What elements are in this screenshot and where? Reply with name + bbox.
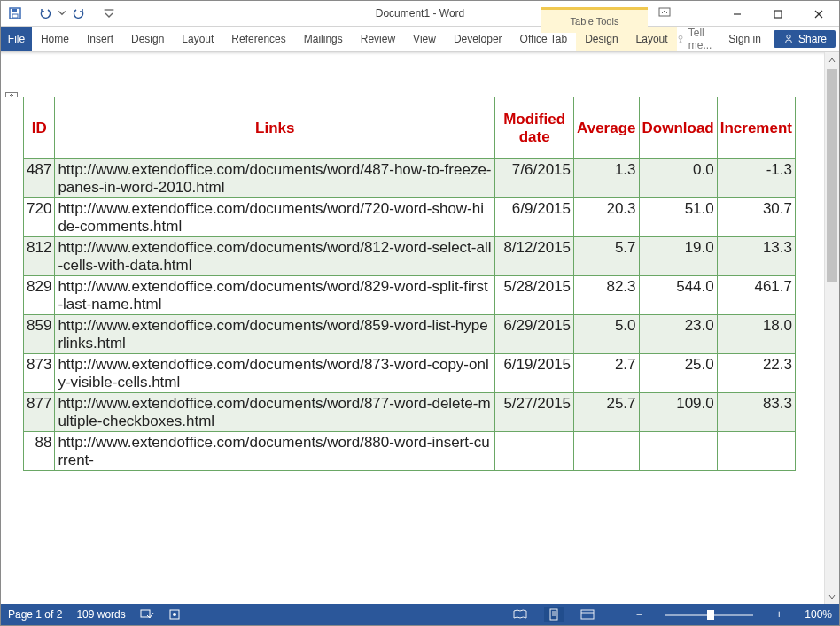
- table-cell[interactable]: 1.3: [574, 159, 639, 198]
- table-cell[interactable]: 487: [24, 159, 55, 198]
- table-tab-design[interactable]: Design: [576, 27, 626, 51]
- tab-layout[interactable]: Layout: [173, 27, 222, 51]
- read-mode-icon[interactable]: [510, 607, 530, 622]
- tab-view[interactable]: View: [404, 27, 445, 51]
- table-cell[interactable]: http://www.extendoffice.com/documents/wo…: [55, 354, 495, 393]
- table-cell[interactable]: 873: [24, 354, 55, 393]
- file-tab[interactable]: File: [1, 27, 32, 51]
- table-row[interactable]: 859http://www.extendoffice.com/documents…: [24, 315, 796, 354]
- table-cell[interactable]: 13.3: [717, 237, 795, 276]
- table-cell[interactable]: 8/12/2015: [495, 237, 574, 276]
- print-layout-icon[interactable]: [544, 607, 564, 622]
- table-cell[interactable]: -1.3: [717, 159, 795, 198]
- table-cell[interactable]: [639, 432, 717, 471]
- header-modified-date[interactable]: Modified date: [495, 97, 574, 159]
- header-links[interactable]: Links: [55, 97, 495, 159]
- table-cell[interactable]: 6/19/2015: [495, 354, 574, 393]
- tab-references[interactable]: References: [222, 27, 294, 51]
- tab-home[interactable]: Home: [32, 27, 78, 51]
- undo-button[interactable]: [35, 3, 56, 24]
- maximize-button[interactable]: [758, 1, 798, 27]
- table-cell[interactable]: http://www.extendoffice.com/documents/wo…: [55, 237, 495, 276]
- tab-design[interactable]: Design: [122, 27, 173, 51]
- table-cell[interactable]: 859: [24, 315, 55, 354]
- word-count[interactable]: 109 words: [76, 608, 125, 621]
- table-cell[interactable]: 22.3: [717, 354, 795, 393]
- table-cell[interactable]: 0.0: [639, 159, 717, 198]
- table-cell[interactable]: 30.7: [717, 198, 795, 237]
- scroll-up-icon[interactable]: [825, 52, 839, 67]
- table-cell[interactable]: 83.3: [717, 393, 795, 432]
- table-cell[interactable]: 720: [24, 198, 55, 237]
- table-cell[interactable]: 6/29/2015: [495, 315, 574, 354]
- tab-insert[interactable]: Insert: [78, 27, 122, 51]
- table-cell[interactable]: 812: [24, 237, 55, 276]
- table-header-row[interactable]: ID Links Modified date Average Download …: [24, 97, 796, 159]
- table-cell[interactable]: http://www.extendoffice.com/documents/wo…: [55, 432, 495, 471]
- table-cell[interactable]: http://www.extendoffice.com/documents/wo…: [55, 159, 495, 198]
- data-table[interactable]: ID Links Modified date Average Download …: [23, 97, 796, 471]
- table-cell[interactable]: 20.3: [574, 198, 639, 237]
- table-cell[interactable]: [574, 432, 639, 471]
- table-row[interactable]: 88http://www.extendoffice.com/documents/…: [24, 432, 796, 471]
- tab-review[interactable]: Review: [352, 27, 404, 51]
- zoom-slider-knob[interactable]: [707, 610, 714, 620]
- redo-button[interactable]: [68, 3, 89, 24]
- header-download[interactable]: Download: [639, 97, 717, 159]
- table-cell[interactable]: 2.7: [574, 354, 639, 393]
- scrollbar-track[interactable]: [825, 67, 839, 589]
- table-cell[interactable]: 82.3: [574, 276, 639, 315]
- vertical-scrollbar[interactable]: [824, 52, 839, 604]
- zoom-slider[interactable]: [665, 614, 753, 616]
- header-increment[interactable]: Increment: [717, 97, 795, 159]
- table-cell[interactable]: 461.7: [717, 276, 795, 315]
- table-row[interactable]: 812http://www.extendoffice.com/documents…: [24, 237, 796, 276]
- table-cell[interactable]: [717, 432, 795, 471]
- table-cell[interactable]: 109.0: [639, 393, 717, 432]
- undo-dropdown[interactable]: [58, 3, 66, 24]
- table-cell[interactable]: 829: [24, 276, 55, 315]
- scroll-down-icon[interactable]: [825, 589, 839, 604]
- ribbon-display-options-icon[interactable]: [658, 7, 671, 20]
- table-cell[interactable]: 7/6/2015: [495, 159, 574, 198]
- table-row[interactable]: 877http://www.extendoffice.com/documents…: [24, 393, 796, 432]
- table-tab-layout[interactable]: Layout: [627, 27, 677, 51]
- table-row[interactable]: 873http://www.extendoffice.com/documents…: [24, 354, 796, 393]
- qat-customize-button[interactable]: [98, 3, 120, 24]
- header-average[interactable]: Average: [574, 97, 639, 159]
- zoom-level[interactable]: 100%: [805, 608, 832, 621]
- table-cell[interactable]: 5.7: [574, 237, 639, 276]
- header-id[interactable]: ID: [24, 97, 55, 159]
- zoom-in-button[interactable]: +: [773, 608, 785, 621]
- minimize-button[interactable]: [717, 1, 758, 27]
- table-cell[interactable]: 23.0: [639, 315, 717, 354]
- table-cell[interactable]: 51.0: [639, 198, 717, 237]
- share-button[interactable]: Share: [774, 30, 836, 48]
- close-button[interactable]: [798, 1, 839, 27]
- table-cell[interactable]: http://www.extendoffice.com/documents/wo…: [55, 198, 495, 237]
- table-cell[interactable]: 5/27/2015: [495, 393, 574, 432]
- table-row[interactable]: 829http://www.extendoffice.com/documents…: [24, 276, 796, 315]
- table-cell[interactable]: 19.0: [639, 237, 717, 276]
- table-cell[interactable]: 25.7: [574, 393, 639, 432]
- page-indicator[interactable]: Page 1 of 2: [8, 608, 62, 621]
- zoom-out-button[interactable]: −: [633, 608, 645, 621]
- table-row[interactable]: 487http://www.extendoffice.com/documents…: [24, 159, 796, 198]
- tab-developer[interactable]: Developer: [445, 27, 511, 51]
- table-cell[interactable]: 18.0: [717, 315, 795, 354]
- table-cell[interactable]: 6/9/2015: [495, 198, 574, 237]
- table-cell[interactable]: http://www.extendoffice.com/documents/wo…: [55, 393, 495, 432]
- table-cell[interactable]: http://www.extendoffice.com/documents/wo…: [55, 276, 495, 315]
- macro-record-icon[interactable]: [168, 608, 181, 621]
- table-cell[interactable]: [495, 432, 574, 471]
- table-cell[interactable]: 5/28/2015: [495, 276, 574, 315]
- tell-me-search[interactable]: Tell me...: [677, 27, 717, 51]
- tab-office-tab[interactable]: Office Tab: [511, 27, 577, 51]
- tab-mailings[interactable]: Mailings: [295, 27, 352, 51]
- table-row[interactable]: 720http://www.extendoffice.com/documents…: [24, 198, 796, 237]
- table-cell[interactable]: 544.0: [639, 276, 717, 315]
- sign-in-link[interactable]: Sign in: [719, 33, 770, 45]
- table-cell[interactable]: 877: [24, 393, 55, 432]
- web-layout-icon[interactable]: [578, 607, 597, 622]
- table-cell[interactable]: 5.0: [574, 315, 639, 354]
